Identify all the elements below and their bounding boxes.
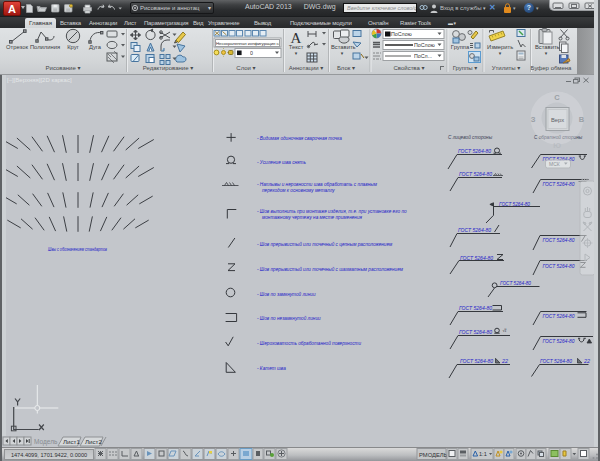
svg-text:- Шов по замкнутой линии: - Шов по замкнутой линии [257, 291, 316, 297]
svg-text:ГОСТ 5264-80: ГОСТ 5264-80 [543, 237, 576, 243]
svg-text:- Шов выполнить при монтаже из: - Шов выполнить при монтаже изделия, т.е… [257, 209, 407, 214]
svg-text:ГОСТ 5264-80: ГОСТ 5264-80 [543, 313, 576, 319]
svg-text:МСК: МСК [549, 161, 560, 167]
svg-text:С лицевой стороны: С лицевой стороны [448, 134, 493, 140]
svg-text:переходом к основному металлу: переходом к основному металлу [262, 188, 335, 193]
svg-text:Верх: Верх [551, 117, 564, 123]
svg-text:ГОСТ 5264-80: ГОСТ 5264-80 [458, 148, 492, 154]
svg-text:ГОСТ 5264-80: ГОСТ 5264-80 [543, 263, 576, 269]
svg-text:ГОСТ 5264-80: ГОСТ 5264-80 [543, 181, 576, 187]
svg-text:- Катет шва: - Катет шва [257, 366, 286, 371]
svg-text:Ю: Ю [553, 141, 561, 150]
svg-text:Швы с обозначением стандартов: Швы с обозначением стандартов [48, 246, 107, 252]
svg-text:- Наплывы и неровности шва обр: - Наплывы и неровности шва обработать с … [257, 182, 378, 187]
svg-text:- Шов прерывистый или точечный: - Шов прерывистый или точечный с цепным … [257, 241, 393, 247]
svg-text:1:1: 1:1 [479, 451, 487, 457]
svg-text:ГОСТ 5264-80: ГОСТ 5264-80 [460, 255, 494, 261]
svg-text:22: 22 [501, 358, 508, 364]
svg-text:ГОСТ 5264-80: ГОСТ 5264-80 [458, 227, 492, 233]
svg-text:ГОСТ 5264-80: ГОСТ 5264-80 [499, 201, 531, 207]
svg-text:С: С [554, 93, 560, 102]
svg-text:ГОСТ 5264-80: ГОСТ 5264-80 [543, 338, 576, 344]
svg-text:РМОДЕЛЬ: РМОДЕЛЬ [419, 452, 448, 458]
svg-text:монтажному чертежу на месте пр: монтажному чертежу на месте применения [262, 215, 363, 220]
svg-text:ГОСТ 5264-80: ГОСТ 5264-80 [460, 358, 494, 364]
svg-text:ГОСТ 5264-80: ГОСТ 5264-80 [500, 280, 532, 286]
svg-text:ГОСТ 5264-80: ГОСТ 5264-80 [459, 329, 493, 335]
svg-text:- Видимая одиночная сварочная: - Видимая одиночная сварочная точка [257, 136, 342, 141]
svg-text:Лист2: Лист2 [85, 438, 102, 445]
svg-text:ГОСТ 5264-80: ГОСТ 5264-80 [459, 305, 493, 311]
svg-text:Лист1: Лист1 [63, 438, 80, 445]
svg-text:- Шов прерывистый или точечный: - Шов прерывистый или точечный с шахматн… [257, 266, 404, 272]
svg-text:ГОСТ 5264-80: ГОСТ 5264-80 [540, 358, 573, 364]
svg-text:- Шов по незамкнутой линии: - Шов по незамкнутой линии [257, 315, 321, 321]
svg-text:З: З [531, 115, 536, 124]
svg-text:Модель: Модель [34, 438, 58, 446]
svg-text:ГОСТ 5264-80: ГОСТ 5264-80 [459, 171, 493, 177]
svg-text:- Шероховатость обработанной п: - Шероховатость обработанной поверхности [257, 340, 361, 346]
svg-text:- Усиление шва снять: - Усиление шва снять [257, 160, 307, 165]
svg-text:22: 22 [583, 358, 590, 364]
svg-text:В: В [579, 115, 585, 124]
svg-text:√t: √t [503, 328, 508, 333]
